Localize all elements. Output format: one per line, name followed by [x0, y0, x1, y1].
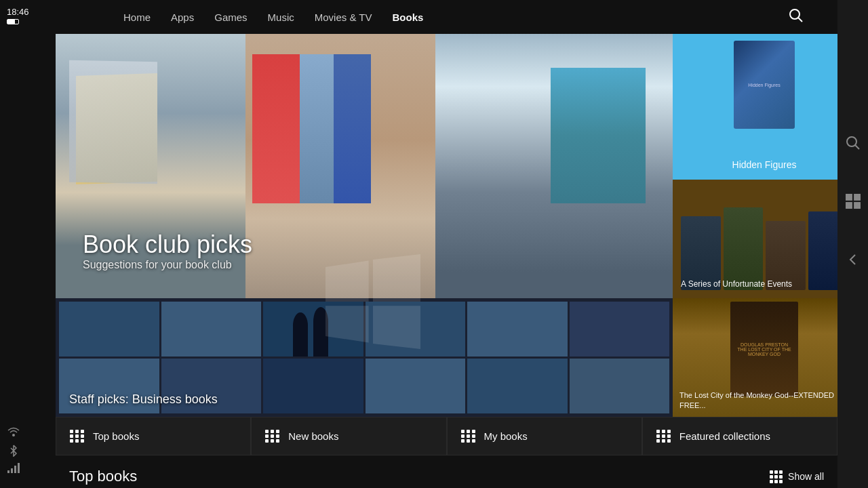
unfortunate-label: A Series of Unfortunate Events: [681, 279, 792, 290]
monkey-god-tile[interactable]: DOUGLAS PRESTONTHE LOST CITY OF THE MONK…: [673, 298, 856, 417]
svg-rect-13: [846, 194, 852, 201]
my-books-label: My books: [484, 430, 528, 442]
hidden-figures-tile[interactable]: Hidden Figures Hidden Figures: [673, 34, 856, 180]
svg-rect-14: [854, 194, 861, 201]
top-nav: Home Apps Games Music Movies & TV Books: [56, 0, 837, 34]
nav-music[interactable]: Music: [268, 12, 294, 23]
grid-icon-featured: [656, 430, 671, 443]
left-sidebar: 18:46: [0, 0, 56, 488]
quick-menu: Top books New books My books Featured co…: [56, 417, 837, 455]
show-all-button[interactable]: Show all: [770, 470, 824, 483]
grid-icon-top-books: [70, 430, 85, 443]
battery-icon: [7, 19, 19, 24]
featured-collections-label: Featured collections: [679, 430, 770, 442]
unfortunate-events-tile[interactable]: A Series of Unfortunate Events: [673, 180, 856, 298]
hidden-figures-label: Hidden Figures: [732, 159, 797, 170]
nav-games[interactable]: Games: [214, 12, 247, 23]
hero-text: Book club picks Suggestions for your boo…: [83, 230, 252, 271]
svg-rect-15: [846, 202, 852, 209]
top-books-tile[interactable]: Top books: [56, 417, 251, 455]
my-books-tile[interactable]: My books: [447, 417, 642, 455]
staff-picks-tile[interactable]: Staff picks: Business books: [56, 298, 673, 417]
signal-icon: [7, 461, 20, 474]
section-header: Top books Show all: [56, 455, 837, 488]
featured-collections-tile[interactable]: Featured collections: [642, 417, 837, 455]
svg-rect-4: [18, 463, 20, 473]
hero-subtitle: Suggestions for your book club: [83, 259, 252, 271]
back-icon[interactable]: [846, 252, 861, 270]
status-icons: [7, 426, 20, 474]
nav-books[interactable]: Books: [393, 12, 424, 23]
svg-rect-2: [11, 468, 13, 473]
nav-home[interactable]: Home: [123, 12, 151, 23]
section-title: Top books: [69, 468, 137, 485]
wifi-icon: [7, 426, 20, 439]
nav-movies[interactable]: Movies & TV: [315, 12, 372, 23]
nav-links: Home Apps Games Music Movies & TV Books: [123, 12, 423, 23]
right-search-icon[interactable]: [846, 136, 861, 153]
monkey-god-label: The Lost City of the Monkey God--EXTENDE…: [679, 390, 849, 410]
hero-title: Book club picks: [83, 230, 252, 259]
show-all-grid-icon: [770, 470, 783, 483]
svg-point-5: [790, 9, 800, 19]
search-icon[interactable]: [789, 8, 804, 26]
time-display: 18:46: [7, 7, 29, 17]
svg-point-11: [847, 137, 856, 146]
new-books-tile[interactable]: New books: [251, 417, 446, 455]
bluetooth-icon: [7, 443, 20, 457]
top-books-label: Top books: [93, 430, 139, 442]
svg-rect-3: [14, 466, 16, 473]
grid-icon-my-books: [461, 430, 476, 443]
svg-rect-16: [854, 202, 861, 209]
windows-start-icon[interactable]: [846, 194, 861, 211]
hero-banner[interactable]: Book club picks Suggestions for your boo…: [56, 34, 673, 298]
new-books-label: New books: [288, 430, 338, 442]
svg-line-12: [855, 145, 859, 149]
staff-picks-label: Staff picks: Business books: [69, 392, 218, 407]
hero-grid: Book club picks Suggestions for your boo…: [56, 34, 868, 417]
nav-apps[interactable]: Apps: [171, 12, 194, 23]
right-sidebar: [837, 0, 868, 488]
show-all-label: Show all: [788, 471, 824, 482]
svg-rect-1: [7, 470, 9, 473]
svg-line-6: [798, 18, 802, 22]
svg-point-0: [12, 434, 15, 436]
grid-icon-new-books: [265, 430, 280, 443]
